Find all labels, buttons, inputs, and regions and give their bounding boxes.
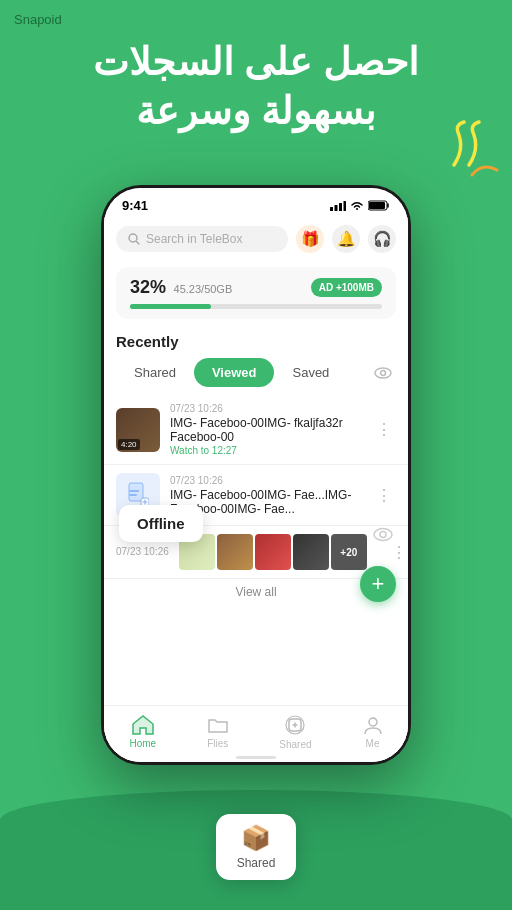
file-date-3: 07/23 10:26 (116, 546, 169, 557)
nav-item-me[interactable]: Me (363, 715, 383, 749)
svg-rect-0 (330, 207, 333, 211)
nav-indicator (236, 756, 276, 759)
file-meta-3: 07/23 10:26 (116, 546, 169, 559)
wifi-icon (350, 201, 364, 211)
tab-saved[interactable]: Saved (274, 358, 347, 387)
svg-rect-1 (335, 205, 338, 211)
photo-cell-4 (293, 534, 329, 570)
bell-icon-btn[interactable]: 🔔 (332, 225, 360, 253)
shared-nav-icon (284, 714, 306, 736)
headphones-icon-btn[interactable]: 🎧 (368, 225, 396, 253)
shared-popup-label: Shared (237, 856, 276, 870)
status-time: 9:41 (122, 198, 148, 213)
storage-detail: 45.23/50GB (170, 283, 232, 295)
svg-rect-11 (129, 490, 139, 492)
search-input-box[interactable]: Search in TeleBox (116, 226, 288, 252)
shared-popup: 📦 Shared (216, 814, 296, 880)
svg-rect-12 (129, 494, 137, 496)
nav-item-shared[interactable]: Shared (279, 714, 311, 750)
storage-bar-fill (130, 304, 211, 309)
file-meta-1: 07/23 10:26 IMG- Faceboo-00IMG- fkaljfa3… (170, 403, 362, 456)
search-placeholder: Search in TeleBox (146, 232, 243, 246)
eye-overlay-icon (373, 526, 393, 547)
nav-label-shared: Shared (279, 739, 311, 750)
photo-cell-3 (255, 534, 291, 570)
nav-label-home: Home (129, 738, 156, 749)
home-icon (132, 715, 154, 735)
svg-rect-5 (369, 202, 385, 209)
svg-point-8 (375, 368, 391, 378)
tab-selector: Shared Viewed Saved (116, 358, 396, 387)
svg-point-6 (129, 234, 137, 242)
gift-icon-btn[interactable]: 🎁 (296, 225, 324, 253)
file-item-video[interactable]: 4:20 07/23 10:26 IMG- Faceboo-00IMG- fka… (104, 395, 408, 465)
file-subinfo-1: Watch to 12:27 (170, 445, 362, 456)
battery-icon (368, 200, 390, 211)
ad-button[interactable]: AD +100MB (311, 278, 382, 297)
svg-point-15 (380, 532, 386, 538)
svg-line-7 (137, 242, 140, 245)
photo-cell-2 (217, 534, 253, 570)
file-date-2: 07/23 10:26 (170, 475, 362, 486)
svg-point-14 (374, 529, 392, 541)
status-icons (330, 200, 390, 211)
recently-label: Recently (104, 325, 408, 354)
tab-viewed[interactable]: Viewed (194, 358, 275, 387)
folder-icon (208, 715, 228, 735)
storage-percent: 32% (130, 277, 166, 297)
shared-popup-icon: 📦 (241, 824, 271, 852)
tab-shared[interactable]: Shared (116, 358, 194, 387)
app-content: Search in TeleBox 🎁 🔔 🎧 32% 45.23/50GB A… (104, 217, 408, 762)
file-thumb-video: 4:20 (116, 408, 160, 452)
nav-item-flies[interactable]: Flies (207, 715, 228, 749)
squiggle-orange-icon (467, 160, 502, 180)
storage-section: 32% 45.23/50GB AD +100MB (116, 267, 396, 319)
brand-label: Snapoid (14, 12, 62, 27)
dots-menu-1[interactable]: ⋮ (372, 416, 396, 443)
svg-point-18 (369, 718, 377, 726)
file-name-2: IMG- Faceboo-00IMG- Fae...IMG- (170, 488, 362, 502)
eye-overlay-svg (373, 527, 393, 542)
eye-icon (374, 364, 392, 382)
offline-tooltip: Offline (119, 505, 203, 542)
file-date-1: 07/23 10:26 (170, 403, 362, 414)
nav-label-me: Me (366, 738, 380, 749)
search-bar-row: Search in TeleBox 🎁 🔔 🎧 (104, 217, 408, 261)
status-bar: 9:41 (104, 188, 408, 217)
photo-more: +20 (331, 534, 367, 570)
nav-item-home[interactable]: Home (129, 715, 156, 749)
svg-rect-3 (344, 201, 347, 211)
arabic-headline: احصل على السجلات بسهولة وسرعة (0, 38, 512, 137)
phone-mockup: 9:41 (101, 185, 411, 765)
signal-icon (330, 201, 346, 211)
svg-rect-2 (339, 203, 342, 211)
file-name-1: IMG- Faceboo-00IMG- fkaljfa32r (170, 416, 362, 430)
video-duration: 4:20 (118, 439, 140, 450)
dots-menu-2[interactable]: ⋮ (372, 482, 396, 509)
bottom-nav: Home Flies Shared (104, 705, 408, 762)
profile-icon (363, 715, 383, 735)
fab-button[interactable]: + (360, 566, 396, 602)
svg-point-9 (381, 370, 386, 375)
file-name-1b: Faceboo-00 (170, 430, 362, 444)
nav-label-flies: Flies (207, 738, 228, 749)
photo-grid: +20 (179, 534, 367, 570)
storage-bar-bg (130, 304, 382, 309)
search-icon (128, 233, 140, 245)
